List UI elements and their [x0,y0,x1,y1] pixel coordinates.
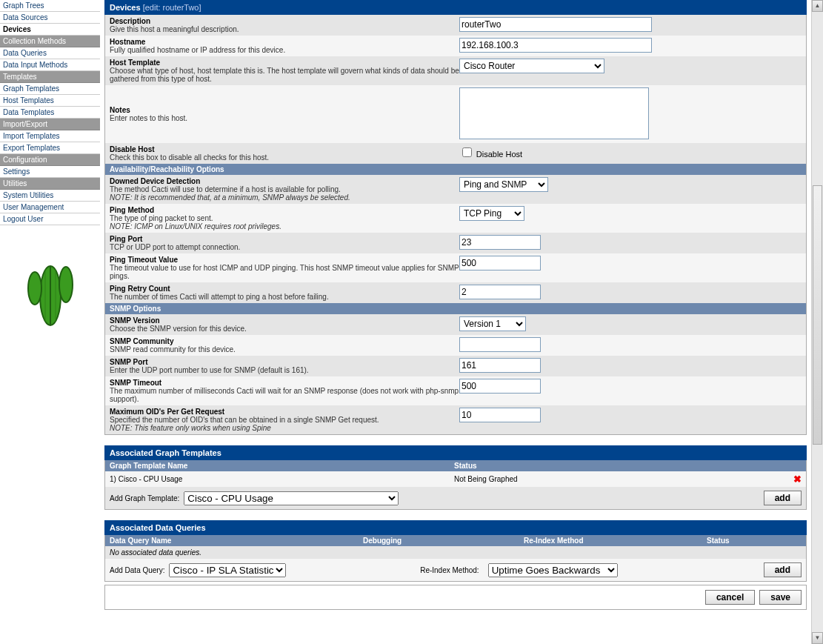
data-queries-header: Associated Data Queries [104,520,807,535]
cacti-logo [0,244,100,334]
ping-port-title: Ping Port [110,235,459,243]
reindex-method-select[interactable]: Uptime Goes Backwards [488,563,618,577]
svg-point-1 [28,272,41,305]
footer-buttons: cancel save [104,585,807,610]
sidebar-item-export-templates[interactable]: Export Templates [0,142,100,154]
hostname-desc: Fully qualified hostname or IP address f… [110,46,459,54]
max-oid-input[interactable] [459,408,541,422]
sidebar-item-data-input[interactable]: Data Input Methods [0,59,100,71]
sidebar-header-importexport: Import/Export [0,119,100,130]
hostname-input[interactable] [459,38,652,53]
panel-header: Devices [edit: routerTwo] [104,0,807,15]
sidebar-header-templates: Templates [0,71,100,83]
notes-title: Notes [110,106,459,114]
cancel-button[interactable]: cancel [705,590,755,605]
sidebar-item-import-templates[interactable]: Import Templates [0,130,100,142]
ping-retry-input[interactable] [459,285,541,299]
host-template-desc: Choose what type of host, host template … [110,67,459,83]
snmp-community-input[interactable] [459,337,541,352]
scroll-thumb[interactable] [813,185,822,445]
dq-col-status: Status [707,537,730,545]
add-graph-template-label: Add Graph Template: [110,494,179,502]
sidebar-item-system-utilities[interactable]: System Utilities [0,190,100,202]
downed-desc: The method Cacti will use to determine i… [110,185,459,193]
snmp-community-desc: SNMP read community for this device. [110,345,459,353]
sidebar: Graph Trees Data Sources Devices Collect… [0,0,100,610]
snmp-version-select[interactable]: Version 1 [459,316,526,331]
downed-select[interactable]: Ping and SNMP [459,177,548,192]
disable-host-checkbox-label: Disable Host [476,150,522,159]
panel-edit-name: [edit: routerTwo] [143,3,201,12]
data-queries-empty: No associated data queries. [104,546,807,559]
add-data-query-label: Add Data Query: [110,566,164,574]
ping-method-note: NOTE: ICMP on Linux/UNIX requires root p… [110,222,459,230]
dq-col-reindex: Re-Index Method [524,537,707,545]
add-data-query-select[interactable]: Cisco - IP SLA Statistics [169,563,286,577]
sidebar-header-utilities: Utilities [0,178,100,190]
sidebar-item-data-sources[interactable]: Data Sources [0,12,100,24]
max-oid-title: Maximum OID's Per Get Request [110,408,459,416]
snmp-timeout-input[interactable] [459,379,541,394]
snmp-version-desc: Choose the SNMP version for this device. [110,325,459,333]
ping-port-desc: TCP or UDP port to attempt connection. [110,243,459,251]
sidebar-item-graph-templates[interactable]: Graph Templates [0,83,100,95]
snmp-port-title: SNMP Port [110,358,459,366]
dq-col-debug: Debugging [363,537,524,545]
main-content: Devices [edit: routerTwo] Description Gi… [100,0,811,610]
snmp-version-title: SNMP Version [110,316,459,325]
sidebar-item-data-queries[interactable]: Data Queries [0,47,100,59]
snmp-port-desc: Enter the UDP port number to use for SNM… [110,366,459,374]
sidebar-item-data-templates[interactable]: Data Templates [0,107,100,119]
ping-timeout-desc: The timeout value to use for host ICMP a… [110,264,459,280]
ping-timeout-input[interactable] [459,256,541,270]
graph-templates-header: Associated Graph Templates [104,445,807,460]
notes-desc: Enter notes to this host. [110,114,459,122]
ping-retry-desc: The number of times Cacti will attempt t… [110,293,459,301]
sidebar-header-configuration: Configuration [0,154,100,166]
ping-port-input[interactable] [459,235,541,250]
ping-retry-title: Ping Retry Count [110,285,459,293]
sidebar-item-logout[interactable]: Logout User [0,213,100,225]
graph-template-row: 1) Cisco - CPU Usage Not Being Graphed ✖ [104,471,807,487]
sidebar-item-graph-trees[interactable]: Graph Trees [0,0,100,12]
gt-row-name: Cisco - CPU Usage [119,475,183,483]
downed-title: Downed Device Detection [110,177,459,185]
add-graph-template-select[interactable]: Cisco - CPU Usage [184,491,399,505]
ping-method-select[interactable]: TCP Ping [459,206,524,221]
max-oid-desc: Specified the number of OID's that can b… [110,416,459,424]
sidebar-item-settings[interactable]: Settings [0,166,100,178]
notes-textarea[interactable] [459,87,649,139]
reindex-method-label: Re-Index Method: [290,566,483,574]
vertical-scrollbar[interactable]: ▲ ▼ [811,0,823,610]
sidebar-item-user-management[interactable]: User Management [0,202,100,213]
dq-col-name: Data Query Name [110,537,363,545]
scroll-up-icon[interactable]: ▲ [812,0,823,12]
snmp-port-input[interactable] [459,358,541,373]
snmp-community-title: SNMP Community [110,337,459,345]
panel-title: Devices [110,3,141,12]
host-template-select[interactable]: Cisco Router [459,59,604,73]
sidebar-item-host-templates[interactable]: Host Templates [0,95,100,107]
downed-note: NOTE: It is recommended that, at a minim… [110,193,459,202]
gt-row-idx: 1) [110,475,116,483]
disable-host-checkbox[interactable] [462,147,472,157]
sidebar-item-devices[interactable]: Devices [0,24,100,36]
description-title: Description [110,17,459,25]
availability-header: Availability/Reachability Options [104,164,807,175]
disable-host-desc: Check this box to disable all checks for… [110,153,459,162]
snmp-header: SNMP Options [104,303,807,314]
description-desc: Give this host a meaningful description. [110,25,459,33]
gt-col-status: Status [454,462,477,470]
ping-method-desc: The type of ping packet to sent. [110,214,459,222]
add-data-query-button[interactable]: add [764,562,802,577]
host-template-title: Host Template [110,59,459,67]
snmp-timeout-title: SNMP Timeout [110,379,459,387]
delete-icon[interactable]: ✖ [793,474,802,485]
ping-timeout-title: Ping Timeout Value [110,256,459,264]
gt-col-name: Graph Template Name [110,462,454,470]
max-oid-note: NOTE: This feature only works when using… [110,424,459,432]
description-input[interactable] [459,17,652,32]
save-button[interactable]: save [759,590,802,605]
sidebar-header-collection: Collection Methods [0,36,100,47]
add-graph-template-button[interactable]: add [764,491,802,505]
